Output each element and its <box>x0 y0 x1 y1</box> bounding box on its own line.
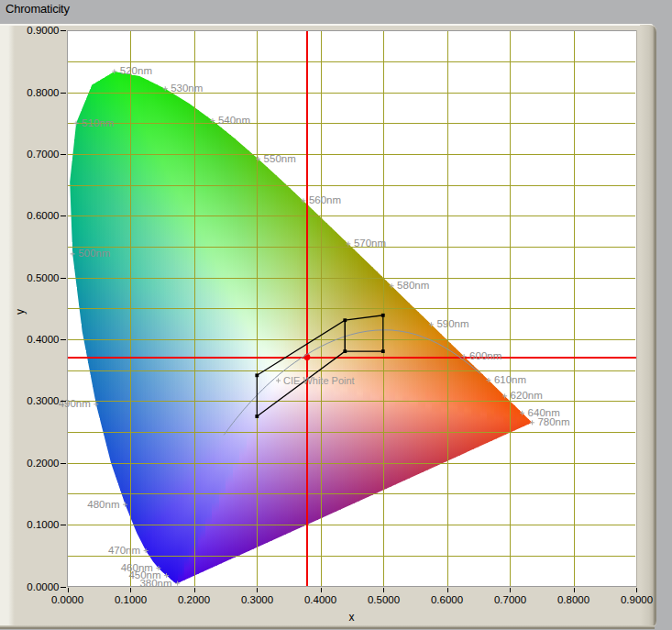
svg-text:0.0000: 0.0000 <box>27 581 59 592</box>
svg-text:0.9000: 0.9000 <box>621 594 653 605</box>
svg-text:590nm: 590nm <box>436 318 468 329</box>
svg-text:0.5000: 0.5000 <box>27 272 59 283</box>
svg-text:0.0000: 0.0000 <box>51 594 83 605</box>
svg-text:550nm: 550nm <box>264 153 296 164</box>
svg-text:540nm: 540nm <box>218 115 250 126</box>
svg-text:500nm: 500nm <box>78 248 110 259</box>
svg-text:530nm: 530nm <box>171 83 203 94</box>
svg-text:490nm: 490nm <box>59 398 91 409</box>
svg-text:570nm: 570nm <box>354 238 386 249</box>
svg-text:0.6000: 0.6000 <box>27 210 59 221</box>
svg-text:600nm: 600nm <box>469 350 501 361</box>
svg-text:0.3000: 0.3000 <box>27 395 59 406</box>
svg-text:x: x <box>349 611 355 624</box>
svg-text:470nm: 470nm <box>108 545 140 556</box>
svg-text:460nm: 460nm <box>121 562 153 573</box>
svg-text:0.1000: 0.1000 <box>27 519 59 530</box>
svg-text:0.7000: 0.7000 <box>27 149 59 160</box>
svg-text:0.3000: 0.3000 <box>241 594 273 605</box>
svg-text:780nm: 780nm <box>537 416 569 427</box>
svg-text:480nm: 480nm <box>87 499 119 510</box>
svg-text:0.4000: 0.4000 <box>304 594 336 605</box>
svg-text:0.6000: 0.6000 <box>431 594 463 605</box>
svg-text:0.4000: 0.4000 <box>27 334 59 345</box>
svg-text:0.7000: 0.7000 <box>494 594 526 605</box>
svg-text:520nm: 520nm <box>120 65 152 76</box>
svg-text:0.8000: 0.8000 <box>557 594 589 605</box>
svg-text:580nm: 580nm <box>397 280 429 291</box>
svg-text:0.2000: 0.2000 <box>27 458 59 469</box>
svg-text:560nm: 560nm <box>309 194 341 205</box>
svg-text:510nm: 510nm <box>82 117 114 128</box>
svg-text:0.1000: 0.1000 <box>115 594 147 605</box>
svg-text:y: y <box>14 309 27 315</box>
svg-text:0.8000: 0.8000 <box>27 87 59 98</box>
svg-text:620nm: 620nm <box>511 390 543 401</box>
svg-text:610nm: 610nm <box>494 374 526 385</box>
svg-text:0.2000: 0.2000 <box>178 594 210 605</box>
svg-text:0.9000: 0.9000 <box>27 25 59 36</box>
svg-text:0.5000: 0.5000 <box>368 594 400 605</box>
svg-text:CIE White Point: CIE White Point <box>283 375 355 386</box>
